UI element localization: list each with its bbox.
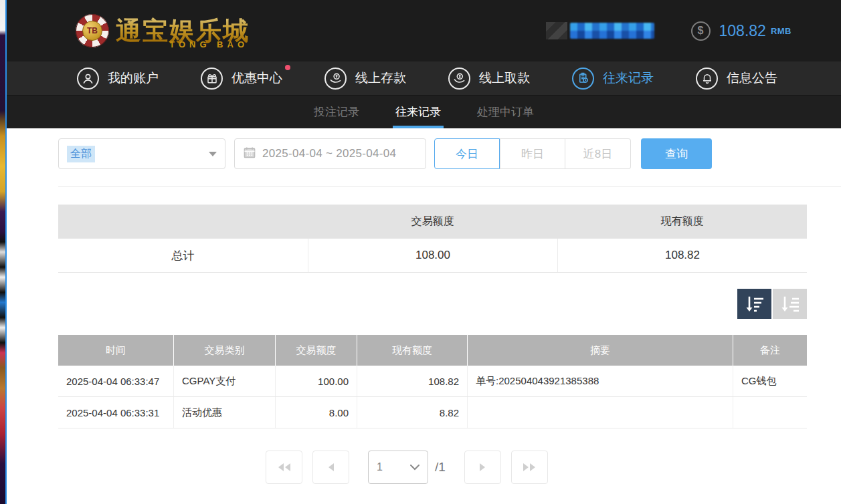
balance-currency: RMB — [771, 26, 791, 36]
nav-item-my-account[interactable]: 我的账户 — [77, 68, 159, 90]
tab-processing-orders[interactable]: 处理中订单 — [468, 96, 543, 128]
user-icon — [77, 68, 99, 90]
page-total: /1 — [435, 460, 446, 475]
balance-display[interactable]: $ 108.82 RMB — [691, 21, 791, 41]
username-redacted — [546, 22, 654, 39]
cell-summary: 单号:202504043921385388 — [467, 366, 733, 396]
filter-row: 全部 2025-04-04 ~ 2025-04-04 今日 昨日 近8日 查询 — [58, 138, 841, 169]
nav-item-promotions[interactable]: 优惠中心 — [201, 68, 282, 90]
background-art-strip — [0, 0, 5, 504]
avatar-redacted — [546, 22, 567, 39]
col-current-balance: 现有额度 — [357, 335, 467, 366]
bell-icon — [696, 68, 718, 90]
date-range-input[interactable]: 2025-04-04 ~ 2025-04-04 — [234, 138, 426, 169]
summary-col-transaction-amount: 交易额度 — [308, 205, 557, 239]
nav-item-records[interactable]: 往来记录 — [572, 68, 654, 90]
quick-btn-yesterday[interactable]: 昨日 — [500, 138, 565, 169]
cell-summary — [467, 397, 733, 428]
search-button[interactable]: 查询 — [641, 138, 712, 169]
dollar-circle-icon: $ — [691, 21, 711, 41]
sort-ascending-icon — [781, 295, 800, 313]
site-logo[interactable]: TB 通宝娱乐城 TONG BAO — [76, 14, 250, 47]
balance-amount: 108.82 — [719, 22, 766, 40]
cell-balance: 8.82 — [357, 397, 467, 428]
deposit-icon — [324, 68, 347, 90]
prev-page-button[interactable] — [312, 451, 349, 484]
pagination: 1 /1 — [7, 451, 755, 484]
table-row: 2025-04-04 06:33:31 活动优惠 8.00 8.82 — [58, 397, 807, 428]
tab-transaction-records[interactable]: 往来记录 — [386, 96, 450, 128]
notification-dot — [285, 65, 290, 70]
type-select-value: 全部 — [67, 146, 95, 162]
withdraw-icon — [448, 68, 470, 90]
page-select-value: 1 — [377, 461, 383, 473]
logo-text: 通宝娱乐城 TONG BAO — [116, 17, 250, 44]
content-area: 全部 2025-04-04 ~ 2025-04-04 今日 昨日 近8日 查询 — [7, 128, 841, 484]
chevron-down-icon — [209, 152, 217, 156]
cell-time: 2025-04-04 06:33:31 — [58, 397, 173, 428]
summary-total-row: 总计 108.00 108.82 — [58, 239, 807, 273]
sort-controls — [58, 289, 807, 319]
summary-table-header: 交易额度 现有额度 — [58, 205, 807, 239]
page-select[interactable]: 1 — [368, 451, 428, 484]
records-table: 时间 交易类别 交易额度 现有额度 摘要 备注 2025-04-04 06:33… — [58, 335, 807, 428]
summary-col-current-balance: 现有额度 — [557, 205, 807, 239]
background-art-border — [5, 0, 7, 504]
col-time: 时间 — [58, 335, 173, 366]
double-right-icon — [522, 462, 537, 473]
cell-amount: 8.00 — [275, 397, 357, 428]
calendar-icon — [243, 146, 256, 162]
first-page-button[interactable] — [266, 451, 302, 484]
double-left-icon — [277, 462, 292, 473]
summary-total-transaction: 108.00 — [308, 239, 557, 272]
summary-table: 交易额度 现有额度 总计 108.00 108.82 — [58, 205, 807, 273]
sort-descending-button[interactable] — [737, 289, 771, 319]
quick-btn-last8days[interactable]: 近8日 — [565, 138, 631, 169]
records-icon — [572, 68, 594, 90]
header-right: $ 108.82 RMB — [546, 21, 791, 41]
nav-label: 往来记录 — [603, 70, 654, 87]
app-container: TB 通宝娱乐城 TONG BAO $ 108.82 RMB — [7, 0, 841, 484]
summary-col-blank — [58, 205, 308, 239]
col-note: 备注 — [733, 335, 807, 366]
cell-note — [733, 397, 807, 428]
col-transaction-type: 交易类别 — [173, 335, 275, 366]
next-page-button[interactable] — [464, 451, 501, 484]
nav-label: 信息公告 — [727, 70, 777, 87]
type-select[interactable]: 全部 — [58, 138, 225, 169]
nav-item-announcements[interactable]: 信息公告 — [696, 68, 777, 90]
sub-nav: 投注记录 往来记录 处理中订单 — [7, 96, 841, 128]
username-blur-block — [570, 23, 654, 39]
cell-amount: 100.00 — [275, 366, 357, 396]
nav-label: 我的账户 — [108, 70, 159, 87]
cell-balance: 108.82 — [357, 366, 467, 396]
nav-item-deposit[interactable]: 线上存款 — [324, 68, 406, 90]
last-page-button[interactable] — [511, 451, 548, 484]
cell-type: 活动优惠 — [173, 397, 275, 428]
right-icon — [478, 462, 486, 473]
top-header: TB 通宝娱乐城 TONG BAO $ 108.82 RMB — [7, 0, 841, 61]
tab-bet-records[interactable]: 投注记录 — [304, 96, 369, 128]
poker-chip-icon: TB — [76, 14, 109, 47]
sort-ascending-button[interactable] — [773, 289, 807, 319]
logo-subtitle: TONG BAO — [169, 39, 248, 49]
table-row: 2025-04-04 06:33:47 CGPAY支付 100.00 108.8… — [58, 366, 807, 397]
col-transaction-amount: 交易额度 — [275, 335, 357, 366]
gift-icon — [201, 68, 223, 90]
records-table-header: 时间 交易类别 交易额度 现有额度 摘要 备注 — [58, 335, 807, 366]
chip-monogram: TB — [82, 21, 102, 41]
section-divider — [58, 186, 841, 186]
left-icon — [327, 462, 335, 473]
sort-descending-icon — [745, 295, 764, 313]
quick-date-group: 今日 昨日 近8日 — [434, 138, 631, 169]
date-range-value: 2025-04-04 ~ 2025-04-04 — [262, 147, 396, 160]
summary-total-balance: 108.82 — [557, 239, 807, 272]
quick-btn-today[interactable]: 今日 — [434, 138, 500, 169]
summary-total-label: 总计 — [58, 239, 308, 272]
main-nav: 我的账户 优惠中心 线上存款 — [7, 61, 841, 96]
cell-note: CG钱包 — [733, 366, 807, 396]
nav-label: 线上取款 — [479, 70, 530, 87]
nav-label: 线上存款 — [355, 70, 406, 87]
nav-item-withdraw[interactable]: 线上取款 — [448, 68, 530, 90]
chevron-down-icon — [410, 465, 419, 471]
